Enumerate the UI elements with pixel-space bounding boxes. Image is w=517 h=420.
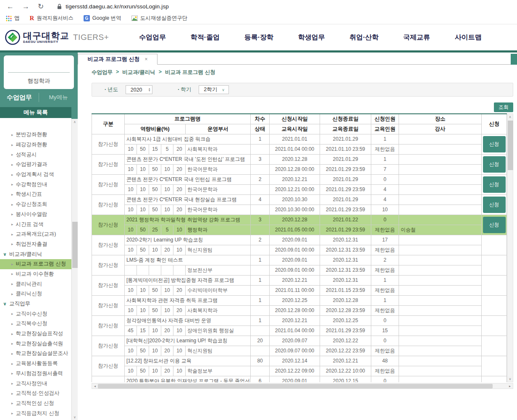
bookmark-item[interactable]: 앱 <box>6 15 20 22</box>
cell-category: 참가신청 <box>92 154 125 174</box>
scroll-left-icon[interactable]: ◂ <box>92 384 98 388</box>
header-apply: 신청 <box>482 114 507 134</box>
sidebar-item[interactable]: ▸교직사정안내 <box>0 378 71 388</box>
sidebar-item[interactable]: ▸교육봉사활동등록 <box>0 359 71 369</box>
apply-button[interactable]: 신청 <box>483 197 506 213</box>
address-bar[interactable]: tigersstd.daegu.ac.kr/nxrun/ssoLogin.jsp <box>57 3 169 10</box>
forward-icon[interactable]: → <box>22 3 29 10</box>
cell-program-name: 콘텐츠 전문가 C*ENTER 국내 인턴십 프로그램 <box>125 174 251 184</box>
sidebar-item[interactable]: ▸폐강강좌현황 <box>0 140 71 150</box>
cell-apply-start: 2021.01.01 <box>270 134 320 144</box>
cell-apply <box>482 336 507 356</box>
scroll-up-icon[interactable]: ∧ <box>72 119 78 125</box>
triangle-right-icon: ▸ <box>11 232 13 236</box>
bookmark-item[interactable]: GGoogle 번역 <box>84 15 121 22</box>
nav-item[interactable]: 국제교류 <box>403 33 430 42</box>
tab-program-apply[interactable]: 비교과 프로그램 신청 × <box>78 54 157 65</box>
table-horizontal-scrollbar[interactable]: ◂ ▸ <box>92 383 513 389</box>
apply-button[interactable]: 신청 <box>483 156 506 173</box>
sidebar-item[interactable]: ▸수업평가결과 <box>0 160 71 170</box>
sidebar-item[interactable]: ▸수강학점안내 <box>0 179 71 189</box>
triangle-right-icon: ▸ <box>11 212 13 216</box>
cell-ratio: 10 <box>173 346 186 356</box>
cell-status <box>251 265 270 275</box>
triangle-right-icon: ▸ <box>11 242 13 246</box>
cell-ratio: 10 <box>125 225 137 235</box>
tab-bar: 비교과 프로그램 신청 × <box>78 54 517 65</box>
sidebar-item[interactable]: ▸교직이수신청 <box>0 309 71 319</box>
sidebar-tab-mymenu[interactable]: My메뉴 <box>39 94 78 101</box>
cell-program-name: [대학혁신]2020-2학기 Learning UP! 학습코칭 <box>125 336 251 346</box>
apply-button[interactable]: 신청 <box>483 136 506 152</box>
sidebar-item[interactable]: ▸시간표 검색 <box>0 219 71 229</box>
cell-order: 6 <box>251 376 270 382</box>
nav-item[interactable]: 학생업무 <box>298 33 325 42</box>
lock-icon <box>57 4 62 9</box>
sidebar-item[interactable]: ▸성적공시 <box>0 150 71 160</box>
breadcrumb-item[interactable]: 수업업무 <box>92 69 113 76</box>
tab-close-icon[interactable]: × <box>145 56 148 62</box>
sidebar-item[interactable]: ▸클리닉관리 <box>0 279 71 289</box>
sidebar-item[interactable]: ▸비교과 프로그램 신청 <box>0 259 71 269</box>
breadcrumb-item[interactable]: 비교과 프로그램 신청 <box>165 69 215 76</box>
sidebar-item[interactable]: ▸분반강좌현황 <box>0 130 71 140</box>
cell-ratio: 10 <box>149 366 161 376</box>
cell-edu-count: 제한없음 <box>371 366 399 376</box>
cell-edu-count: 제한없음 <box>371 225 399 235</box>
nav-item[interactable]: 취업·산학 <box>349 33 378 42</box>
sidebar-scroll-thumb[interactable] <box>72 222 78 268</box>
nav-item[interactable]: 수업업무 <box>139 33 166 42</box>
table-vertical-scrollbar[interactable]: ∧ ∨ <box>507 113 513 382</box>
sidebar-item[interactable]: ▸수강신청조회 <box>0 200 71 210</box>
sidebar-item[interactable]: ▸비교과 이수현황 <box>0 269 71 279</box>
cell-apply-end: 2021.01.22 <box>320 215 371 225</box>
horizontal-scroll-thumb[interactable] <box>98 384 493 388</box>
sidebar-item[interactable]: ▸교직적인성 신청 <box>0 399 71 409</box>
scroll-down-icon[interactable]: ∨ <box>72 414 78 420</box>
reload-icon[interactable]: ↻ <box>38 3 44 10</box>
scroll-down-icon[interactable]: ∨ <box>507 376 513 382</box>
sidebar-item[interactable]: ▸학교현장실습출석원 <box>0 339 71 349</box>
sidebar-item[interactable]: ▸교직응급처지 신청 <box>0 408 71 418</box>
nav-item[interactable]: 학적·졸업 <box>191 33 220 42</box>
apply-button[interactable]: 신청 <box>483 176 506 193</box>
breadcrumb-item[interactable]: 비교과/클리닉 <box>122 69 155 76</box>
triangle-right-icon: ▸ <box>11 381 13 386</box>
sidebar-item[interactable]: ▸클리닉신청 <box>0 289 71 299</box>
sidebar-item[interactable]: ▸교직복수신청 <box>0 319 71 329</box>
sidebar-item[interactable]: ▸취업전자출결 <box>0 239 71 249</box>
sidebar-item[interactable]: ▸수업계획서 검색 <box>0 170 71 180</box>
bookmark-item[interactable]: R원격지원서비스 <box>30 15 73 22</box>
cell-status <box>251 144 270 154</box>
sidebar-item[interactable]: ▸학교현장실습표작성 <box>0 329 71 339</box>
apply-button[interactable]: 신청 <box>483 217 506 233</box>
sidebar-item[interactable]: ▸학생시간표 <box>0 189 71 200</box>
sidebar-item[interactable]: ▸교직적성·인성검사 <box>0 388 71 399</box>
scroll-right-icon[interactable]: ▸ <box>507 384 513 388</box>
cell-apply-count: 0 <box>371 376 399 382</box>
university-logo[interactable]: 대구대학교 DAEGU UNIVERSITY TIGERS+ <box>5 30 112 45</box>
cell-ratio: 20 <box>173 184 186 194</box>
year-input[interactable]: 2020 ▲▼ <box>126 85 152 94</box>
sidebar-item[interactable]: ▸무시험검정원서출력 <box>0 369 71 379</box>
sidebar-item[interactable]: ▸학교현장실습설문조사 <box>0 349 71 359</box>
cell-program-name: 사회복지사 1급 시험대비 집중 워크숍 <box>125 134 251 144</box>
cell-edu-end: 2021.01.15 23:59 <box>320 285 371 295</box>
cell-apply-count: 48 <box>371 356 399 366</box>
sidebar-item[interactable]: ∨교직업무 <box>0 299 71 309</box>
nav-item[interactable]: 등록·장학 <box>244 33 273 42</box>
sidebar-scrollbar[interactable]: ∧ ∨ <box>71 119 78 420</box>
nav-item[interactable]: 사이트맵 <box>455 33 482 42</box>
sidebar-tab-lecture[interactable]: 수업업무 <box>0 94 39 102</box>
term-select[interactable]: 2학기 ∨ <box>199 85 229 94</box>
bookmark-item[interactable]: 도시재생실증연구단 <box>131 15 188 22</box>
back-icon[interactable]: ← <box>7 3 14 10</box>
search-button[interactable]: 조회 <box>494 102 513 112</box>
spinner-arrows-icon[interactable]: ▲▼ <box>147 88 152 92</box>
sidebar-item[interactable]: ▸교과목개요(교과) <box>0 229 71 239</box>
table-scroll-thumb[interactable] <box>508 121 513 170</box>
scroll-up-icon[interactable]: ∧ <box>507 114 513 120</box>
cell-apply-end: 2020.12.31 <box>320 255 371 265</box>
sidebar-item[interactable]: ▸봉사이수열람 <box>0 210 71 220</box>
sidebar-item[interactable]: ∨비교과/클리닉 <box>0 249 71 259</box>
